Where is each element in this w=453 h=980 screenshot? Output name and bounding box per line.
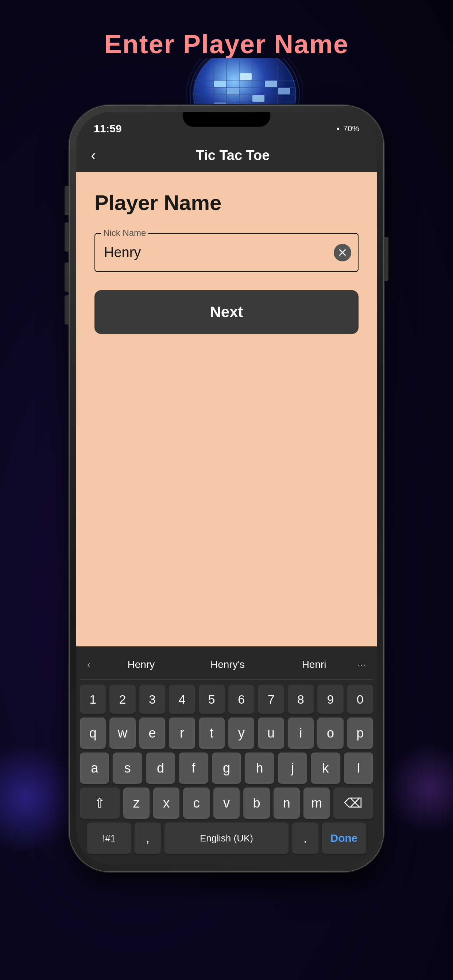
phone-frame: 11:59 ▪️ 70% ‹ Tic Tac Toe Player Name N… — [70, 106, 383, 871]
key-o[interactable]: o — [317, 718, 343, 749]
bg-glow-left — [0, 743, 80, 853]
keyboard-zxcv-row: ⇧ z x c v b n m ⌫ — [80, 788, 373, 819]
key-g[interactable]: g — [212, 752, 241, 784]
status-icons: ▪️ 70% — [337, 124, 359, 134]
key-9[interactable]: 9 — [317, 685, 343, 714]
key-w[interactable]: w — [109, 718, 135, 749]
key-2[interactable]: 2 — [109, 685, 135, 714]
key-k[interactable]: k — [311, 752, 340, 784]
svg-rect-14 — [239, 73, 252, 80]
app-header: ‹ Tic Tac Toe — [76, 138, 377, 172]
phone-wrapper: 11:59 ▪️ 70% ‹ Tic Tac Toe Player Name N… — [70, 106, 383, 871]
app-content: Player Name Nick Name Next — [76, 172, 377, 646]
backspace-key[interactable]: ⌫ — [333, 788, 373, 819]
key-j[interactable]: j — [278, 752, 307, 784]
next-button[interactable]: Next — [94, 290, 359, 334]
nickname-input[interactable] — [94, 233, 359, 272]
key-b[interactable]: b — [243, 788, 270, 819]
key-6[interactable]: 6 — [228, 685, 254, 714]
keyboard-numbers-row: 1 2 3 4 5 6 7 8 9 0 — [80, 685, 373, 714]
key-f[interactable]: f — [179, 752, 208, 784]
keyboard-bottom-row: !#1 , English (UK) . Done — [80, 822, 373, 854]
nickname-label: Nick Name — [101, 228, 148, 238]
key-symbols[interactable]: !#1 — [87, 822, 131, 854]
autocomplete-more-icon[interactable]: ··· — [357, 659, 366, 670]
key-q[interactable]: q — [80, 718, 106, 749]
bg-glow-right — [384, 743, 453, 834]
back-button[interactable]: ‹ — [91, 146, 96, 164]
key-l[interactable]: l — [344, 752, 373, 784]
keyboard-area: ‹ Henry Henry's Henri ··· 1 2 3 4 5 6 7 … — [76, 646, 377, 865]
key-5[interactable]: 5 — [199, 685, 225, 714]
clear-input-button[interactable] — [334, 244, 351, 261]
shift-key[interactable]: ⇧ — [80, 788, 120, 819]
key-z[interactable]: z — [123, 788, 150, 819]
autocomplete-row: ‹ Henry Henry's Henri ··· — [80, 652, 373, 679]
key-u[interactable]: u — [258, 718, 284, 749]
key-r[interactable]: r — [169, 718, 195, 749]
key-x[interactable]: x — [153, 788, 179, 819]
key-1[interactable]: 1 — [80, 685, 106, 714]
space-key[interactable]: English (UK) — [164, 822, 289, 854]
svg-rect-16 — [227, 88, 239, 94]
key-a[interactable]: a — [80, 752, 109, 784]
signal-icon: ▪️ — [337, 124, 340, 134]
svg-rect-13 — [214, 81, 226, 87]
key-7[interactable]: 7 — [258, 685, 284, 714]
autocomplete-henrys[interactable]: Henry's — [184, 656, 271, 673]
battery-indicator: 70% — [343, 124, 359, 134]
key-d[interactable]: d — [146, 752, 175, 784]
player-name-heading: Player Name — [94, 190, 359, 215]
keyboard-asdf-row: a s d f g h j k l — [80, 752, 373, 784]
key-comma[interactable]: , — [135, 822, 161, 854]
done-key[interactable]: Done — [322, 822, 366, 854]
notch — [183, 112, 270, 127]
svg-rect-15 — [265, 81, 277, 87]
key-v[interactable]: v — [214, 788, 239, 819]
key-h[interactable]: h — [245, 752, 274, 784]
page-title: Enter Player Name — [0, 29, 453, 59]
svg-rect-17 — [252, 95, 265, 102]
nickname-input-container: Nick Name — [94, 233, 359, 272]
key-y[interactable]: y — [228, 718, 254, 749]
autocomplete-henri[interactable]: Henri — [271, 656, 357, 673]
key-s[interactable]: s — [113, 752, 142, 784]
key-8[interactable]: 8 — [288, 685, 314, 714]
key-4[interactable]: 4 — [169, 685, 195, 714]
autocomplete-back-icon[interactable]: ‹ — [87, 659, 91, 670]
keyboard-qwerty-row: q w e r t y u i o p — [80, 718, 373, 749]
key-t[interactable]: t — [199, 718, 225, 749]
key-e[interactable]: e — [139, 718, 165, 749]
key-period[interactable]: . — [292, 822, 318, 854]
key-m[interactable]: m — [303, 788, 330, 819]
autocomplete-henry[interactable]: Henry — [98, 656, 184, 673]
app-title: Tic Tac Toe — [103, 148, 362, 163]
key-p[interactable]: p — [347, 718, 373, 749]
key-0[interactable]: 0 — [347, 685, 373, 714]
key-n[interactable]: n — [274, 788, 300, 819]
key-3[interactable]: 3 — [139, 685, 165, 714]
phone-screen: 11:59 ▪️ 70% ‹ Tic Tac Toe Player Name N… — [76, 112, 377, 865]
status-time: 11:59 — [94, 123, 122, 135]
key-i[interactable]: i — [288, 718, 314, 749]
key-c[interactable]: c — [183, 788, 209, 819]
svg-rect-19 — [278, 88, 290, 94]
